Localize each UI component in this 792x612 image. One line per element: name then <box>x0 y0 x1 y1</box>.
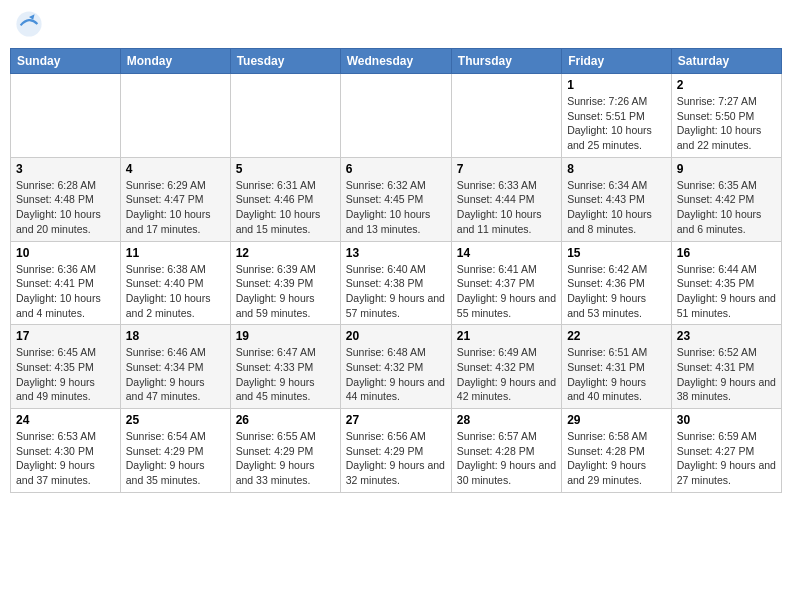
day-number: 30 <box>677 413 776 427</box>
calendar-cell: 24Sunrise: 6:53 AM Sunset: 4:30 PM Dayli… <box>11 409 121 493</box>
calendar-cell: 23Sunrise: 6:52 AM Sunset: 4:31 PM Dayli… <box>671 325 781 409</box>
calendar-cell: 1Sunrise: 7:26 AM Sunset: 5:51 PM Daylig… <box>562 74 672 158</box>
calendar-cell: 9Sunrise: 6:35 AM Sunset: 4:42 PM Daylig… <box>671 157 781 241</box>
calendar-cell: 27Sunrise: 6:56 AM Sunset: 4:29 PM Dayli… <box>340 409 451 493</box>
calendar-cell <box>451 74 561 158</box>
weekday-header-monday: Monday <box>120 49 230 74</box>
day-info: Sunrise: 6:33 AM Sunset: 4:44 PM Dayligh… <box>457 178 556 237</box>
day-info: Sunrise: 6:32 AM Sunset: 4:45 PM Dayligh… <box>346 178 446 237</box>
day-number: 14 <box>457 246 556 260</box>
day-number: 21 <box>457 329 556 343</box>
day-info: Sunrise: 6:51 AM Sunset: 4:31 PM Dayligh… <box>567 345 666 404</box>
calendar-cell: 25Sunrise: 6:54 AM Sunset: 4:29 PM Dayli… <box>120 409 230 493</box>
calendar-cell <box>340 74 451 158</box>
day-info: Sunrise: 6:36 AM Sunset: 4:41 PM Dayligh… <box>16 262 115 321</box>
day-number: 29 <box>567 413 666 427</box>
day-number: 1 <box>567 78 666 92</box>
weekday-header-saturday: Saturday <box>671 49 781 74</box>
day-info: Sunrise: 6:34 AM Sunset: 4:43 PM Dayligh… <box>567 178 666 237</box>
calendar-cell: 15Sunrise: 6:42 AM Sunset: 4:36 PM Dayli… <box>562 241 672 325</box>
day-info: Sunrise: 6:57 AM Sunset: 4:28 PM Dayligh… <box>457 429 556 488</box>
day-number: 9 <box>677 162 776 176</box>
day-info: Sunrise: 6:28 AM Sunset: 4:48 PM Dayligh… <box>16 178 115 237</box>
calendar-cell: 6Sunrise: 6:32 AM Sunset: 4:45 PM Daylig… <box>340 157 451 241</box>
day-number: 26 <box>236 413 335 427</box>
day-info: Sunrise: 6:48 AM Sunset: 4:32 PM Dayligh… <box>346 345 446 404</box>
day-info: Sunrise: 6:56 AM Sunset: 4:29 PM Dayligh… <box>346 429 446 488</box>
day-number: 25 <box>126 413 225 427</box>
calendar-cell: 20Sunrise: 6:48 AM Sunset: 4:32 PM Dayli… <box>340 325 451 409</box>
day-number: 22 <box>567 329 666 343</box>
day-info: Sunrise: 6:35 AM Sunset: 4:42 PM Dayligh… <box>677 178 776 237</box>
calendar-cell: 3Sunrise: 6:28 AM Sunset: 4:48 PM Daylig… <box>11 157 121 241</box>
day-number: 12 <box>236 246 335 260</box>
calendar-cell: 11Sunrise: 6:38 AM Sunset: 4:40 PM Dayli… <box>120 241 230 325</box>
day-number: 16 <box>677 246 776 260</box>
day-info: Sunrise: 6:54 AM Sunset: 4:29 PM Dayligh… <box>126 429 225 488</box>
calendar-cell: 18Sunrise: 6:46 AM Sunset: 4:34 PM Dayli… <box>120 325 230 409</box>
day-number: 4 <box>126 162 225 176</box>
calendar-cell: 5Sunrise: 6:31 AM Sunset: 4:46 PM Daylig… <box>230 157 340 241</box>
day-info: Sunrise: 6:29 AM Sunset: 4:47 PM Dayligh… <box>126 178 225 237</box>
day-number: 5 <box>236 162 335 176</box>
logo <box>15 10 47 38</box>
day-number: 13 <box>346 246 446 260</box>
day-number: 3 <box>16 162 115 176</box>
calendar-cell: 10Sunrise: 6:36 AM Sunset: 4:41 PM Dayli… <box>11 241 121 325</box>
day-number: 2 <box>677 78 776 92</box>
calendar-cell: 2Sunrise: 7:27 AM Sunset: 5:50 PM Daylig… <box>671 74 781 158</box>
calendar-cell: 12Sunrise: 6:39 AM Sunset: 4:39 PM Dayli… <box>230 241 340 325</box>
weekday-header-sunday: Sunday <box>11 49 121 74</box>
day-info: Sunrise: 7:27 AM Sunset: 5:50 PM Dayligh… <box>677 94 776 153</box>
calendar-cell <box>230 74 340 158</box>
day-number: 8 <box>567 162 666 176</box>
calendar-cell: 14Sunrise: 6:41 AM Sunset: 4:37 PM Dayli… <box>451 241 561 325</box>
weekday-header-wednesday: Wednesday <box>340 49 451 74</box>
day-number: 27 <box>346 413 446 427</box>
day-info: Sunrise: 6:41 AM Sunset: 4:37 PM Dayligh… <box>457 262 556 321</box>
weekday-header-tuesday: Tuesday <box>230 49 340 74</box>
weekday-header-thursday: Thursday <box>451 49 561 74</box>
svg-point-0 <box>16 11 41 36</box>
day-info: Sunrise: 6:38 AM Sunset: 4:40 PM Dayligh… <box>126 262 225 321</box>
calendar-cell: 29Sunrise: 6:58 AM Sunset: 4:28 PM Dayli… <box>562 409 672 493</box>
day-info: Sunrise: 6:46 AM Sunset: 4:34 PM Dayligh… <box>126 345 225 404</box>
day-info: Sunrise: 6:52 AM Sunset: 4:31 PM Dayligh… <box>677 345 776 404</box>
calendar-cell: 30Sunrise: 6:59 AM Sunset: 4:27 PM Dayli… <box>671 409 781 493</box>
calendar-cell: 16Sunrise: 6:44 AM Sunset: 4:35 PM Dayli… <box>671 241 781 325</box>
day-number: 20 <box>346 329 446 343</box>
calendar-cell: 19Sunrise: 6:47 AM Sunset: 4:33 PM Dayli… <box>230 325 340 409</box>
day-info: Sunrise: 6:47 AM Sunset: 4:33 PM Dayligh… <box>236 345 335 404</box>
day-info: Sunrise: 6:59 AM Sunset: 4:27 PM Dayligh… <box>677 429 776 488</box>
calendar-cell <box>120 74 230 158</box>
day-number: 23 <box>677 329 776 343</box>
day-info: Sunrise: 6:53 AM Sunset: 4:30 PM Dayligh… <box>16 429 115 488</box>
calendar-cell: 28Sunrise: 6:57 AM Sunset: 4:28 PM Dayli… <box>451 409 561 493</box>
calendar-cell: 7Sunrise: 6:33 AM Sunset: 4:44 PM Daylig… <box>451 157 561 241</box>
day-number: 6 <box>346 162 446 176</box>
day-info: Sunrise: 6:31 AM Sunset: 4:46 PM Dayligh… <box>236 178 335 237</box>
weekday-header-friday: Friday <box>562 49 672 74</box>
day-info: Sunrise: 6:40 AM Sunset: 4:38 PM Dayligh… <box>346 262 446 321</box>
calendar-cell <box>11 74 121 158</box>
day-number: 24 <box>16 413 115 427</box>
day-number: 28 <box>457 413 556 427</box>
day-info: Sunrise: 6:55 AM Sunset: 4:29 PM Dayligh… <box>236 429 335 488</box>
day-info: Sunrise: 6:42 AM Sunset: 4:36 PM Dayligh… <box>567 262 666 321</box>
day-number: 19 <box>236 329 335 343</box>
calendar-cell: 8Sunrise: 6:34 AM Sunset: 4:43 PM Daylig… <box>562 157 672 241</box>
logo-icon <box>15 10 43 38</box>
calendar-cell: 17Sunrise: 6:45 AM Sunset: 4:35 PM Dayli… <box>11 325 121 409</box>
calendar-cell: 4Sunrise: 6:29 AM Sunset: 4:47 PM Daylig… <box>120 157 230 241</box>
day-number: 7 <box>457 162 556 176</box>
calendar-cell: 21Sunrise: 6:49 AM Sunset: 4:32 PM Dayli… <box>451 325 561 409</box>
day-info: Sunrise: 6:58 AM Sunset: 4:28 PM Dayligh… <box>567 429 666 488</box>
day-number: 18 <box>126 329 225 343</box>
calendar-cell: 13Sunrise: 6:40 AM Sunset: 4:38 PM Dayli… <box>340 241 451 325</box>
day-info: Sunrise: 7:26 AM Sunset: 5:51 PM Dayligh… <box>567 94 666 153</box>
day-info: Sunrise: 6:39 AM Sunset: 4:39 PM Dayligh… <box>236 262 335 321</box>
calendar-cell: 26Sunrise: 6:55 AM Sunset: 4:29 PM Dayli… <box>230 409 340 493</box>
day-info: Sunrise: 6:45 AM Sunset: 4:35 PM Dayligh… <box>16 345 115 404</box>
day-info: Sunrise: 6:49 AM Sunset: 4:32 PM Dayligh… <box>457 345 556 404</box>
page-header <box>10 10 782 38</box>
